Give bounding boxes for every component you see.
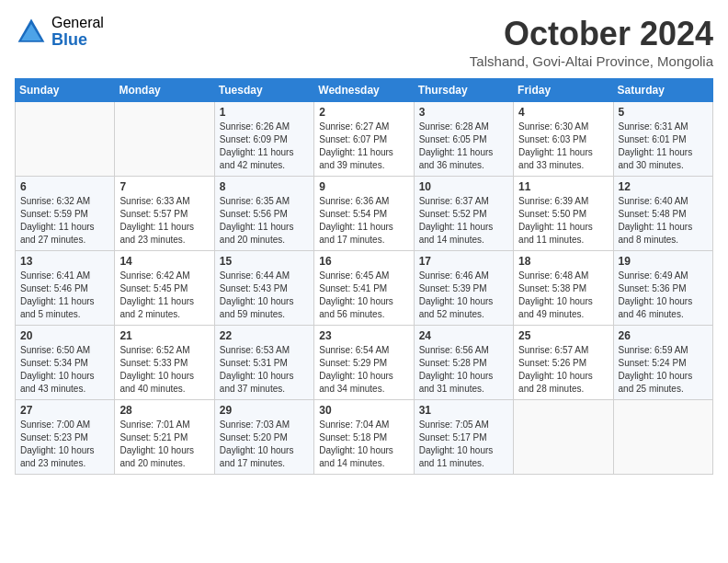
day-info: Sunrise: 6:44 AMSunset: 5:43 PMDaylight:… (220, 270, 309, 321)
day-number: 17 (419, 255, 508, 268)
day-cell: 30Sunrise: 7:04 AMSunset: 5:18 PMDayligh… (314, 400, 414, 475)
day-number: 19 (619, 255, 708, 268)
day-cell (613, 400, 712, 475)
day-info: Sunrise: 6:42 AMSunset: 5:45 PMDaylight:… (119, 270, 209, 321)
day-number: 13 (20, 255, 109, 268)
day-info: Sunrise: 6:48 AMSunset: 5:38 PMDaylight:… (518, 270, 608, 321)
day-cell: 10Sunrise: 6:37 AMSunset: 5:52 PMDayligh… (414, 177, 513, 251)
day-info: Sunrise: 6:56 AMSunset: 5:28 PMDaylight:… (419, 344, 508, 396)
header-row: Sunday Monday Tuesday Wednesday Thursday… (16, 79, 713, 102)
day-cell: 6Sunrise: 6:32 AMSunset: 5:59 PMDaylight… (16, 177, 115, 251)
day-number: 8 (220, 180, 309, 193)
day-info: Sunrise: 6:59 AMSunset: 5:24 PMDaylight:… (619, 344, 708, 396)
day-cell: 27Sunrise: 7:00 AMSunset: 5:23 PMDayligh… (16, 400, 115, 475)
day-number: 10 (419, 180, 508, 193)
day-cell: 9Sunrise: 6:36 AMSunset: 5:54 PMDaylight… (314, 177, 414, 251)
day-cell (514, 400, 613, 475)
day-cell: 8Sunrise: 6:35 AMSunset: 5:56 PMDaylight… (214, 177, 313, 251)
day-cell: 13Sunrise: 6:41 AMSunset: 5:46 PMDayligh… (16, 251, 115, 326)
day-cell: 23Sunrise: 6:54 AMSunset: 5:29 PMDayligh… (314, 326, 414, 400)
day-cell: 2Sunrise: 6:27 AMSunset: 6:07 PMDaylight… (314, 102, 414, 177)
day-info: Sunrise: 6:28 AMSunset: 6:05 PMDaylight:… (419, 121, 508, 172)
day-cell: 19Sunrise: 6:49 AMSunset: 5:36 PMDayligh… (613, 251, 712, 326)
header-monday: Monday (115, 79, 214, 102)
title-area: October 2024 Talshand, Govi-Altai Provin… (470, 15, 713, 69)
header-thursday: Thursday (414, 79, 513, 102)
header-sunday: Sunday (16, 79, 115, 102)
day-info: Sunrise: 6:39 AMSunset: 5:50 PMDaylight:… (518, 195, 608, 247)
day-info: Sunrise: 6:45 AMSunset: 5:41 PMDaylight:… (319, 270, 408, 321)
day-number: 26 (619, 329, 708, 342)
day-cell: 5Sunrise: 6:31 AMSunset: 6:01 PMDaylight… (613, 102, 712, 177)
day-cell: 11Sunrise: 6:39 AMSunset: 5:50 PMDayligh… (514, 177, 613, 251)
day-cell: 3Sunrise: 6:28 AMSunset: 6:05 PMDaylight… (414, 102, 513, 177)
day-info: Sunrise: 6:26 AMSunset: 6:09 PMDaylight:… (220, 121, 309, 172)
day-number: 23 (319, 329, 408, 342)
day-cell: 1Sunrise: 6:26 AMSunset: 6:09 PMDaylight… (214, 102, 313, 177)
day-number: 3 (419, 106, 508, 119)
day-info: Sunrise: 6:52 AMSunset: 5:33 PMDaylight:… (119, 344, 209, 396)
day-number: 18 (518, 255, 608, 268)
logo-general: General (51, 15, 104, 31)
day-number: 29 (220, 404, 309, 417)
day-number: 4 (518, 106, 608, 119)
day-info: Sunrise: 7:03 AMSunset: 5:20 PMDaylight:… (220, 419, 309, 470)
week-row-2: 6Sunrise: 6:32 AMSunset: 5:59 PMDaylight… (16, 177, 713, 251)
day-cell (115, 102, 214, 177)
day-number: 25 (518, 329, 608, 342)
day-number: 31 (419, 404, 508, 417)
day-number: 14 (119, 255, 209, 268)
day-cell: 26Sunrise: 6:59 AMSunset: 5:24 PMDayligh… (613, 326, 712, 400)
day-number: 22 (220, 329, 309, 342)
logo-text: General Blue (51, 15, 104, 49)
page-header: General Blue October 2024 Talshand, Govi… (15, 15, 713, 69)
month-title: October 2024 (470, 15, 713, 53)
day-number: 11 (518, 180, 608, 193)
header-wednesday: Wednesday (314, 79, 414, 102)
day-cell: 18Sunrise: 6:48 AMSunset: 5:38 PMDayligh… (514, 251, 613, 326)
week-row-4: 20Sunrise: 6:50 AMSunset: 5:34 PMDayligh… (16, 326, 713, 400)
day-info: Sunrise: 6:57 AMSunset: 5:26 PMDaylight:… (518, 344, 608, 396)
logo: General Blue (15, 15, 104, 49)
day-info: Sunrise: 7:05 AMSunset: 5:17 PMDaylight:… (419, 419, 508, 470)
header-tuesday: Tuesday (214, 79, 313, 102)
day-info: Sunrise: 6:50 AMSunset: 5:34 PMDaylight:… (20, 344, 109, 396)
week-row-3: 13Sunrise: 6:41 AMSunset: 5:46 PMDayligh… (16, 251, 713, 326)
logo-blue: Blue (51, 31, 104, 50)
day-cell: 31Sunrise: 7:05 AMSunset: 5:17 PMDayligh… (414, 400, 513, 475)
day-info: Sunrise: 6:36 AMSunset: 5:54 PMDaylight:… (319, 195, 408, 247)
day-info: Sunrise: 6:27 AMSunset: 6:07 PMDaylight:… (319, 121, 408, 172)
day-info: Sunrise: 6:30 AMSunset: 6:03 PMDaylight:… (518, 121, 608, 172)
day-number: 1 (220, 106, 309, 119)
day-cell: 29Sunrise: 7:03 AMSunset: 5:20 PMDayligh… (214, 400, 313, 475)
day-info: Sunrise: 7:00 AMSunset: 5:23 PMDaylight:… (20, 419, 109, 470)
day-info: Sunrise: 6:46 AMSunset: 5:39 PMDaylight:… (419, 270, 508, 321)
day-cell: 17Sunrise: 6:46 AMSunset: 5:39 PMDayligh… (414, 251, 513, 326)
day-cell: 7Sunrise: 6:33 AMSunset: 5:57 PMDaylight… (115, 177, 214, 251)
day-number: 12 (619, 180, 708, 193)
location: Talshand, Govi-Altai Province, Mongolia (470, 53, 713, 69)
day-number: 27 (20, 404, 109, 417)
day-info: Sunrise: 6:40 AMSunset: 5:48 PMDaylight:… (619, 195, 708, 247)
day-info: Sunrise: 6:32 AMSunset: 5:59 PMDaylight:… (20, 195, 109, 247)
day-info: Sunrise: 7:01 AMSunset: 5:21 PMDaylight:… (119, 419, 209, 470)
day-cell: 14Sunrise: 6:42 AMSunset: 5:45 PMDayligh… (115, 251, 214, 326)
day-number: 20 (20, 329, 109, 342)
day-number: 16 (319, 255, 408, 268)
day-cell: 12Sunrise: 6:40 AMSunset: 5:48 PMDayligh… (613, 177, 712, 251)
calendar-table: Sunday Monday Tuesday Wednesday Thursday… (15, 78, 713, 475)
day-number: 5 (619, 106, 708, 119)
day-cell: 28Sunrise: 7:01 AMSunset: 5:21 PMDayligh… (115, 400, 214, 475)
day-info: Sunrise: 6:35 AMSunset: 5:56 PMDaylight:… (220, 195, 309, 247)
day-cell: 22Sunrise: 6:53 AMSunset: 5:31 PMDayligh… (214, 326, 313, 400)
day-info: Sunrise: 6:31 AMSunset: 6:01 PMDaylight:… (619, 121, 708, 172)
day-number: 9 (319, 180, 408, 193)
day-number: 21 (119, 329, 209, 342)
logo-icon (15, 16, 48, 49)
day-info: Sunrise: 6:41 AMSunset: 5:46 PMDaylight:… (20, 270, 109, 321)
day-cell: 15Sunrise: 6:44 AMSunset: 5:43 PMDayligh… (214, 251, 313, 326)
day-info: Sunrise: 7:04 AMSunset: 5:18 PMDaylight:… (319, 419, 408, 470)
day-cell: 4Sunrise: 6:30 AMSunset: 6:03 PMDaylight… (514, 102, 613, 177)
week-row-5: 27Sunrise: 7:00 AMSunset: 5:23 PMDayligh… (16, 400, 713, 475)
day-cell: 24Sunrise: 6:56 AMSunset: 5:28 PMDayligh… (414, 326, 513, 400)
